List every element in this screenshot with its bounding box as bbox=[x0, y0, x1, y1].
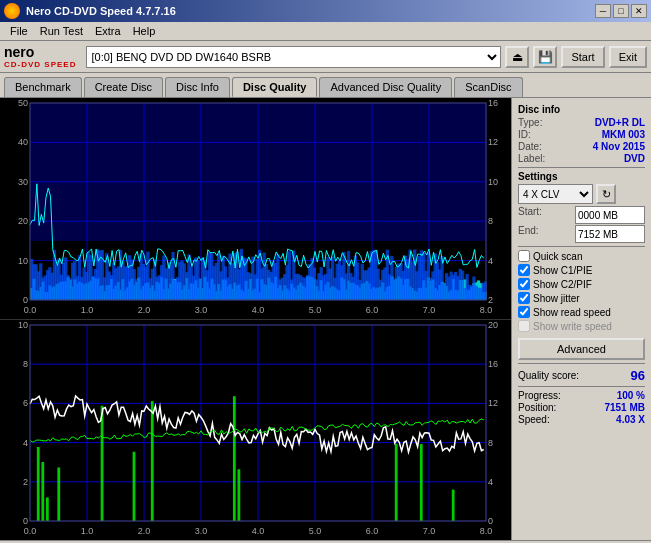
menu-file[interactable]: File bbox=[4, 24, 34, 38]
tab-benchmark[interactable]: Benchmark bbox=[4, 77, 82, 97]
type-val: DVD+R DL bbox=[595, 117, 645, 128]
window-controls: ─ □ ✕ bbox=[595, 4, 647, 18]
main-content: Disc info Type: DVD+R DL ID: MKM 003 Dat… bbox=[0, 97, 651, 540]
menu-run-test[interactable]: Run Test bbox=[34, 24, 89, 38]
show-jitter-checkbox[interactable] bbox=[518, 292, 530, 304]
progress-value: 100 % bbox=[617, 390, 645, 401]
menu-bar: File Run Test Extra Help bbox=[0, 22, 651, 41]
show-c2pif-checkbox[interactable] bbox=[518, 278, 530, 290]
show-c2pif-row: Show C2/PIF bbox=[518, 278, 645, 290]
speed-row: 4 X CLV 2 X CLV 8 X CLV MAX ↻ bbox=[518, 184, 645, 204]
quick-scan-row: Quick scan bbox=[518, 250, 645, 262]
start-button[interactable]: Start bbox=[561, 46, 604, 68]
progress-label: Progress: bbox=[518, 390, 561, 401]
start-input[interactable] bbox=[575, 206, 645, 224]
chart-bottom bbox=[0, 320, 511, 541]
drive-select[interactable]: [0:0] BENQ DVD DD DW1640 BSRB bbox=[86, 46, 501, 68]
chart-area bbox=[0, 98, 511, 540]
settings-title: Settings bbox=[518, 171, 645, 182]
show-c1pie-checkbox[interactable] bbox=[518, 264, 530, 276]
tab-disc-info[interactable]: Disc Info bbox=[165, 77, 230, 97]
id-key: ID: bbox=[518, 129, 531, 140]
position-label: Position: bbox=[518, 402, 556, 413]
chart-top bbox=[0, 98, 511, 320]
window-title: Nero CD-DVD Speed 4.7.7.16 bbox=[26, 5, 176, 17]
divider-4 bbox=[518, 386, 645, 387]
progress-row: Progress: 100 % bbox=[518, 390, 645, 401]
type-key: Type: bbox=[518, 117, 542, 128]
divider-2 bbox=[518, 246, 645, 247]
refresh-button[interactable]: ↻ bbox=[596, 184, 616, 204]
speed-value: 4.03 X bbox=[616, 414, 645, 425]
date-val: 4 Nov 2015 bbox=[593, 141, 645, 152]
show-jitter-label: Show jitter bbox=[533, 293, 580, 304]
show-c2pif-label: Show C2/PIF bbox=[533, 279, 592, 290]
menu-help[interactable]: Help bbox=[127, 24, 162, 38]
disc-date-row: Date: 4 Nov 2015 bbox=[518, 141, 645, 152]
quality-score-row: Quality score: 96 bbox=[518, 368, 645, 383]
divider-3 bbox=[518, 363, 645, 364]
toolbar: nero CD-DVD SPEED [0:0] BENQ DVD DD DW16… bbox=[0, 41, 651, 73]
speed-select[interactable]: 4 X CLV 2 X CLV 8 X CLV MAX bbox=[518, 184, 593, 204]
show-read-speed-label: Show read speed bbox=[533, 307, 611, 318]
end-label: End: bbox=[518, 225, 539, 243]
sidebar: Disc info Type: DVD+R DL ID: MKM 003 Dat… bbox=[511, 98, 651, 540]
close-button[interactable]: ✕ bbox=[631, 4, 647, 18]
advanced-button[interactable]: Advanced bbox=[518, 338, 645, 360]
start-row: Start: bbox=[518, 206, 645, 224]
date-key: Date: bbox=[518, 141, 542, 152]
id-val: MKM 003 bbox=[602, 129, 645, 140]
show-write-speed-row: Show write speed bbox=[518, 320, 645, 332]
disc-label-row: Label: DVD bbox=[518, 153, 645, 164]
quick-scan-checkbox[interactable] bbox=[518, 250, 530, 262]
logo-sub: CD-DVD SPEED bbox=[4, 60, 76, 69]
tab-create-disc[interactable]: Create Disc bbox=[84, 77, 163, 97]
exit-button[interactable]: Exit bbox=[609, 46, 647, 68]
quick-scan-label: Quick scan bbox=[533, 251, 582, 262]
start-label: Start: bbox=[518, 206, 542, 224]
label-key: Label: bbox=[518, 153, 545, 164]
label-val: DVD bbox=[624, 153, 645, 164]
position-value: 7151 MB bbox=[604, 402, 645, 413]
show-c1pie-label: Show C1/PIE bbox=[533, 265, 592, 276]
quality-score-label: Quality score: bbox=[518, 370, 579, 381]
quality-score-value: 96 bbox=[631, 368, 645, 383]
end-row: End: bbox=[518, 225, 645, 243]
show-read-speed-checkbox[interactable] bbox=[518, 306, 530, 318]
divider-1 bbox=[518, 167, 645, 168]
maximize-button[interactable]: □ bbox=[613, 4, 629, 18]
logo: nero CD-DVD SPEED bbox=[4, 44, 76, 69]
menu-extra[interactable]: Extra bbox=[89, 24, 127, 38]
speed-label: Speed: bbox=[518, 414, 550, 425]
end-input[interactable] bbox=[575, 225, 645, 243]
disc-type-row: Type: DVD+R DL bbox=[518, 117, 645, 128]
logo-nero: nero bbox=[4, 44, 34, 60]
show-read-speed-row: Show read speed bbox=[518, 306, 645, 318]
position-row: Position: 7151 MB bbox=[518, 402, 645, 413]
minimize-button[interactable]: ─ bbox=[595, 4, 611, 18]
show-write-speed-label: Show write speed bbox=[533, 321, 612, 332]
tabs-bar: Benchmark Create Disc Disc Info Disc Qua… bbox=[0, 73, 651, 97]
app-icon bbox=[4, 3, 20, 19]
show-jitter-row: Show jitter bbox=[518, 292, 645, 304]
disc-info-title: Disc info bbox=[518, 104, 645, 115]
show-write-speed-checkbox bbox=[518, 320, 530, 332]
save-icon[interactable]: 💾 bbox=[533, 46, 557, 68]
tab-disc-quality[interactable]: Disc Quality bbox=[232, 77, 318, 97]
tab-advanced-disc-quality[interactable]: Advanced Disc Quality bbox=[319, 77, 452, 97]
tab-scan-disc[interactable]: ScanDisc bbox=[454, 77, 522, 97]
show-c1pie-row: Show C1/PIE bbox=[518, 264, 645, 276]
disc-id-row: ID: MKM 003 bbox=[518, 129, 645, 140]
speed-row-2: Speed: 4.03 X bbox=[518, 414, 645, 425]
title-bar: Nero CD-DVD Speed 4.7.7.16 ─ □ ✕ bbox=[0, 0, 651, 22]
eject-icon[interactable]: ⏏ bbox=[505, 46, 529, 68]
